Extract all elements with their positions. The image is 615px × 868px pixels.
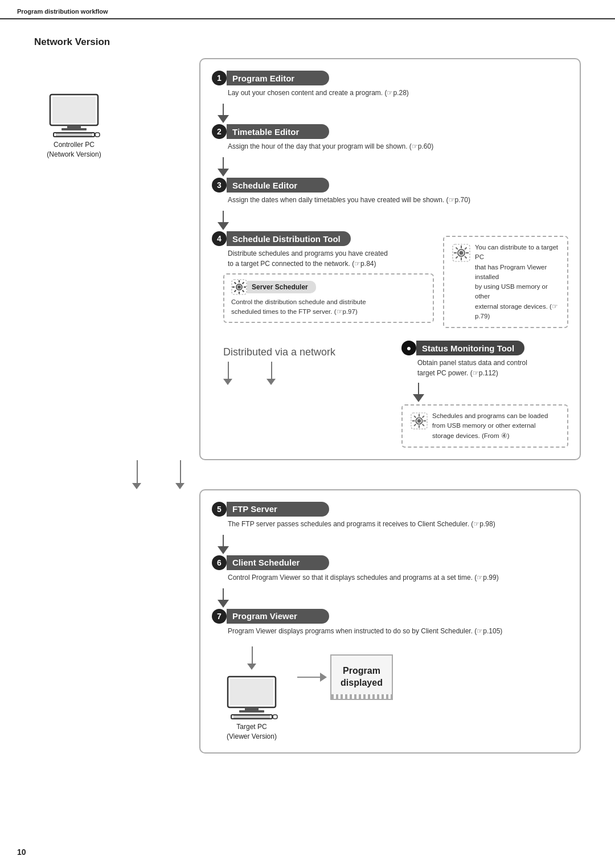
- server-scheduler-label: Server Scheduler: [247, 281, 316, 293]
- step-6-label: Client Scheduler: [227, 555, 329, 570]
- header-title: Program distribution workflow: [17, 8, 108, 15]
- page-number: 10: [17, 847, 26, 857]
- svg-rect-2: [67, 125, 81, 128]
- arrow-1-2: [218, 104, 568, 123]
- svg-line-38: [414, 424, 416, 426]
- svg-line-37: [423, 416, 424, 417]
- svg-line-27: [456, 256, 458, 258]
- usb-note-bottom-desc: Schedules and programs can be loaded fro…: [432, 411, 559, 441]
- step-4-label: Schedule Distribution Tool: [227, 231, 351, 246]
- main-workflow-box: 1 Program Editor Lay out your chosen con…: [199, 58, 581, 460]
- usb-note-right: You can distribute to a target PC that h…: [443, 236, 568, 328]
- arrow-5-6: [218, 535, 568, 554]
- status-monitoring-label: Status Monitoring Tool: [416, 341, 524, 355]
- step-6-desc: Control Program Viewer so that it displa…: [228, 572, 568, 583]
- step-3-circle: 3: [212, 178, 227, 193]
- step-4-circle: 4: [212, 231, 227, 246]
- section-title: Network Version: [34, 36, 581, 48]
- arrow-status-usb: [413, 383, 568, 402]
- step-2-desc: Assign the hour of the day that your pro…: [228, 141, 568, 152]
- step-7-desc: Program Viewer displays programs when in…: [228, 626, 568, 636]
- bottom-workflow-box: 5 FTP Server The FTP server passes sched…: [199, 489, 581, 754]
- step-2-block: 2 Timetable Editor Assign the hour of th…: [212, 124, 568, 156]
- step-1-block: 1 Program Editor Lay out your chosen con…: [212, 71, 568, 103]
- status-monitoring-section: Distributed via a network: [212, 335, 568, 448]
- usb-note-bottom: Schedules and programs can be loaded fro…: [401, 404, 568, 448]
- server-scheduler-desc: Control the distribution schedule and di…: [231, 297, 426, 317]
- arrow-2-3: [218, 157, 568, 177]
- svg-rect-48: [273, 715, 277, 719]
- svg-rect-1: [52, 97, 96, 123]
- usb-bottom-icon: [411, 412, 428, 429]
- target-pc-label: Target PC (Viewer Version): [227, 722, 277, 742]
- arrow-7-display: [247, 646, 256, 670]
- arrow-left: [223, 362, 232, 385]
- step-5-desc: The FTP server passes schedules and prog…: [228, 519, 568, 529]
- step-6-block: 6 Client Scheduler Control Program Viewe…: [212, 555, 568, 587]
- step-7-circle: 7: [212, 609, 227, 624]
- svg-point-28: [460, 251, 464, 255]
- arrow-to-ftp-left: [132, 460, 141, 489]
- step-4-block: 4 Schedule Distribution Tool Distribute …: [212, 231, 568, 328]
- distributed-label: Distributed via a network: [223, 346, 390, 358]
- step-3-desc: Assign the dates when daily timetables y…: [228, 195, 568, 205]
- svg-point-17: [237, 285, 241, 289]
- controller-pc-label: Controller PC (Network Version): [47, 140, 101, 159]
- step-5-block: 5 FTP Server The FTP server passes sched…: [212, 502, 568, 534]
- server-scheduler-icon: [231, 279, 247, 295]
- target-pc-icon: [223, 674, 280, 720]
- svg-line-36: [423, 424, 424, 426]
- program-displayed-box: Program displayed: [330, 654, 393, 700]
- status-monitoring-desc: Obtain panel status data and control tar…: [417, 358, 568, 378]
- step-1-label: Program Editor: [227, 71, 329, 85]
- usb-note-right-desc: You can distribute to a target PC that h…: [475, 243, 559, 321]
- step-2-circle: 2: [212, 124, 227, 139]
- arrow-3-4: [218, 211, 568, 230]
- svg-rect-7: [95, 133, 100, 137]
- step-3-label: Schedule Editor: [227, 178, 329, 193]
- step-2-label: Timetable Editor: [227, 124, 329, 139]
- step-7-label: Program Viewer: [227, 609, 329, 624]
- svg-line-24: [456, 248, 458, 249]
- step-3-block: 3 Schedule Editor Assign the dates when …: [212, 178, 568, 210]
- svg-rect-3: [62, 128, 87, 130]
- step-5-label: FTP Server: [227, 502, 329, 517]
- step-1-desc: Lay out your chosen content and create a…: [228, 88, 568, 98]
- step-4-desc: Distribute schedules and programs you ha…: [228, 248, 434, 269]
- svg-line-25: [465, 256, 466, 258]
- svg-rect-42: [230, 679, 273, 705]
- step-6-circle: 6: [212, 555, 227, 570]
- arrow-right: [266, 362, 276, 385]
- svg-rect-43: [245, 707, 259, 710]
- page-header: Program distribution workflow: [0, 0, 615, 19]
- svg-point-39: [417, 419, 421, 423]
- step-1-circle: 1: [212, 71, 227, 85]
- server-scheduler-box: Server Scheduler Control the distributio…: [223, 273, 434, 323]
- step-7-block: 7 Program Viewer Program Viewer displays…: [212, 609, 568, 641]
- status-monitoring-circle: ●: [401, 341, 416, 355]
- svg-rect-4: [54, 133, 95, 137]
- usb-gear-icon: [452, 244, 470, 262]
- svg-line-14: [243, 290, 244, 292]
- svg-line-26: [465, 248, 466, 249]
- svg-line-13: [235, 282, 236, 284]
- svg-line-16: [235, 290, 236, 292]
- svg-rect-44: [239, 710, 264, 713]
- svg-line-35: [414, 416, 416, 417]
- arrow-6-7: [218, 588, 568, 608]
- arrow-to-ftp-right: [175, 460, 184, 489]
- svg-rect-45: [231, 715, 272, 719]
- controller-pc-icon: [46, 92, 102, 138]
- step-5-circle: 5: [212, 502, 227, 517]
- svg-line-15: [243, 282, 244, 284]
